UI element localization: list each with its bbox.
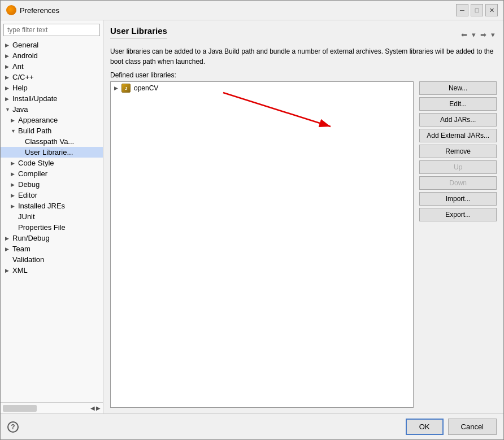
tree-arrow-debug: ▶	[11, 182, 16, 188]
tree-item-installed-jres[interactable]: ▶Installed JREs	[1, 201, 103, 211]
tree-item-validation[interactable]: Validation	[1, 254, 103, 265]
tree: ▶General▶Android▶Ant▶C/C++▶Help▶Install/…	[1, 40, 103, 402]
tree-arrow-cpp: ▶	[5, 75, 11, 80]
tree-item-run-debug[interactable]: ▶Run/Debug	[1, 233, 103, 243]
tree-arrow-installed-jres: ▶	[11, 203, 16, 209]
tree-item-android[interactable]: ▶Android	[1, 50, 103, 61]
tree-item-cpp[interactable]: ▶C/C++	[1, 72, 103, 82]
tree-arrow-general: ▶	[5, 42, 11, 48]
tree-label-compiler: Compiler	[18, 169, 47, 178]
tree-label-xml: XML	[12, 266, 28, 275]
bottom-bar: ? OK Cancel	[1, 413, 503, 439]
tree-item-user-libraries[interactable]: User Librarie...	[1, 147, 103, 158]
section-description: User libraries can be added to a Java Bu…	[110, 46, 497, 67]
tree-label-ant: Ant	[12, 62, 24, 71]
tree-label-install-update: Install/Update	[12, 94, 58, 103]
action-buttons: New... Edit... Add JARs... Add External …	[419, 81, 497, 408]
nav-forward-dropdown-button[interactable]: ▾	[489, 30, 497, 40]
tree-arrow-help: ▶	[5, 85, 11, 91]
content-area: ▶ J openCV New... Edit... Add JARs... Ad…	[110, 81, 497, 408]
tree-arrow-compiler: ▶	[11, 171, 16, 177]
help-icon[interactable]: ?	[7, 421, 19, 433]
tree-arrow-team: ▶	[5, 246, 11, 252]
dialog-title: Preferences	[20, 6, 59, 15]
jar-icon: J	[121, 84, 131, 93]
library-area: ▶ J openCV New... Edit... Add JARs... Ad…	[110, 81, 497, 408]
close-button[interactable]: ✕	[485, 4, 498, 16]
tree-item-code-style[interactable]: ▶Code Style	[1, 158, 103, 168]
window-controls: ─ □ ✕	[456, 4, 498, 16]
export-button[interactable]: Export...	[419, 208, 497, 221]
tree-item-junit[interactable]: JUnit	[1, 211, 103, 222]
up-button[interactable]: Up	[419, 160, 497, 174]
nav-back-button[interactable]: ⬅	[459, 30, 469, 40]
library-list[interactable]: ▶ J openCV	[110, 81, 414, 408]
preferences-dialog: Preferences ─ □ ✕ ▶General▶Android▶Ant▶C…	[0, 0, 504, 440]
scroll-right-arrow[interactable]: ▶	[96, 405, 101, 411]
bottom-right: OK Cancel	[406, 419, 497, 435]
tree-label-junit: JUnit	[18, 212, 35, 221]
eclipse-icon	[6, 5, 16, 15]
right-panel: User Libraries ⬅ ▾ ➡ ▾ User libraries ca…	[103, 20, 503, 413]
cancel-button[interactable]: Cancel	[448, 419, 497, 435]
library-name: openCV	[134, 84, 158, 92]
nav-arrows: ⬅ ▾ ➡ ▾	[459, 30, 497, 40]
dialog-body: ▶General▶Android▶Ant▶C/C++▶Help▶Install/…	[1, 20, 503, 413]
tree-item-ant[interactable]: ▶Ant	[1, 61, 103, 72]
tree-label-code-style: Code Style	[18, 159, 54, 167]
tree-label-properties-file: Properties File	[18, 223, 66, 232]
tree-label-team: Team	[12, 245, 31, 253]
filter-input[interactable]	[3, 24, 100, 36]
add-jars-button[interactable]: Add JARs...	[419, 113, 497, 127]
tree-item-build-path[interactable]: ▼Build Path	[1, 125, 103, 136]
tree-item-debug[interactable]: ▶Debug	[1, 179, 103, 190]
new-button[interactable]: New...	[419, 81, 497, 95]
tree-item-compiler[interactable]: ▶Compiler	[1, 168, 103, 179]
tree-label-general: General	[12, 41, 38, 49]
remove-button[interactable]: Remove	[419, 145, 497, 158]
tree-item-properties-file[interactable]: Properties File	[1, 222, 103, 233]
defined-label: Defined user libraries:	[110, 71, 497, 79]
tree-arrow-install-update: ▶	[5, 96, 11, 102]
tree-item-java[interactable]: ▼Java	[1, 104, 103, 115]
scrollbar-area: ◀ ▶	[1, 402, 103, 413]
maximize-button[interactable]: □	[471, 4, 483, 16]
tree-label-help: Help	[12, 84, 28, 92]
add-external-jars-button[interactable]: Add External JARs...	[419, 129, 497, 142]
tree-item-help[interactable]: ▶Help	[1, 82, 103, 93]
bottom-left: ?	[7, 421, 19, 433]
scroll-left-arrow[interactable]: ◀	[90, 405, 95, 411]
title-bar: Preferences ─ □ ✕	[1, 1, 503, 20]
tree-item-general[interactable]: ▶General	[1, 40, 103, 50]
scroll-thumb[interactable]	[3, 405, 37, 412]
lib-expand-arrow: ▶	[114, 85, 118, 91]
import-button[interactable]: Import...	[419, 192, 497, 206]
tree-label-android: Android	[12, 51, 38, 60]
down-button[interactable]: Down	[419, 176, 497, 190]
tree-label-appearance: Appearance	[18, 116, 58, 124]
tree-arrow-ant: ▶	[5, 64, 11, 69]
tree-arrow-run-debug: ▶	[5, 236, 11, 241]
tree-label-debug: Debug	[18, 180, 40, 189]
list-item[interactable]: ▶ J openCV	[111, 82, 413, 94]
tree-item-classpath-variables[interactable]: Classpath Va...	[1, 136, 103, 147]
nav-forward-button[interactable]: ➡	[479, 30, 488, 40]
tree-label-validation: Validation	[12, 255, 44, 264]
right-header: User Libraries ⬅ ▾ ➡ ▾	[110, 26, 497, 43]
tree-item-appearance[interactable]: ▶Appearance	[1, 115, 103, 125]
tree-arrow-java: ▼	[5, 107, 11, 112]
ok-button[interactable]: OK	[406, 419, 444, 435]
tree-label-java: Java	[12, 105, 28, 114]
section-title: User Libraries	[110, 26, 167, 38]
tree-arrow-xml: ▶	[5, 268, 11, 273]
tree-item-install-update[interactable]: ▶Install/Update	[1, 93, 103, 104]
tree-item-xml[interactable]: ▶XML	[1, 265, 103, 276]
tree-item-team[interactable]: ▶Team	[1, 243, 103, 254]
tree-label-user-libraries: User Librarie...	[25, 148, 73, 156]
minimize-button[interactable]: ─	[456, 4, 468, 16]
title-bar-left: Preferences	[6, 5, 59, 15]
nav-dropdown-button[interactable]: ▾	[470, 30, 477, 40]
tree-arrow-appearance: ▶	[11, 117, 16, 123]
tree-item-editor[interactable]: ▶Editor	[1, 190, 103, 201]
edit-button[interactable]: Edit...	[419, 97, 497, 111]
